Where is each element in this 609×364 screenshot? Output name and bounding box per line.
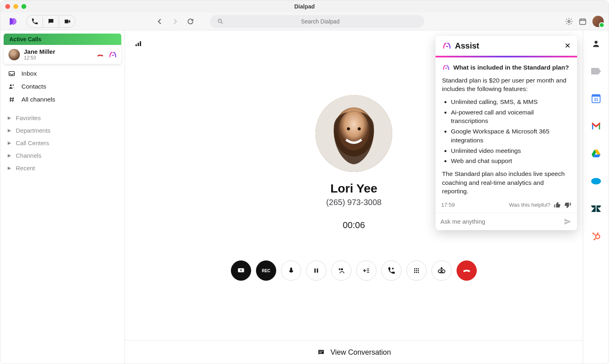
- sidebar-group-departments[interactable]: ▶Departments: [0, 124, 125, 137]
- transfer-button[interactable]: [356, 260, 376, 281]
- chat-tab[interactable]: [43, 15, 59, 28]
- window-zoom[interactable]: [21, 4, 26, 9]
- svg-point-4: [10, 85, 12, 87]
- svg-point-37: [596, 233, 598, 234]
- window-close[interactable]: [5, 4, 10, 9]
- search-icon: [217, 18, 224, 25]
- svg-point-1: [568, 20, 570, 22]
- svg-point-27: [438, 270, 441, 273]
- sidebar: Active Calls Jane Miller 12:53 Inbox Con…: [0, 30, 125, 364]
- assist-send-icon[interactable]: [563, 217, 572, 226]
- rail-salesforce-icon[interactable]: [591, 176, 601, 186]
- assist-title: Assist: [455, 41, 479, 51]
- sidebar-group-favorites[interactable]: ▶Favorites: [0, 112, 125, 124]
- sidebar-group-call-centers[interactable]: ▶Call Centers: [0, 137, 125, 149]
- svg-rect-31: [592, 95, 600, 97]
- sidebar-label: All channels: [21, 96, 55, 103]
- call-controls: REC: [231, 260, 477, 281]
- caller-name: Lori Yee: [330, 182, 377, 195]
- dialpad-button[interactable]: [406, 260, 427, 281]
- assist-ai-icon: [442, 63, 450, 72]
- svg-point-12: [358, 127, 361, 131]
- thumbs-up-icon[interactable]: [554, 201, 561, 209]
- svg-point-35: [596, 179, 601, 183]
- park-call-button[interactable]: [381, 260, 402, 281]
- assist-close-button[interactable]: ✕: [565, 41, 571, 50]
- nav-forward: [170, 17, 180, 26]
- active-call-card[interactable]: Jane Miller 12:53: [4, 45, 121, 64]
- assist-bullet-list: Unlimited calling, SMS, & MMS Ai-powered…: [451, 97, 571, 165]
- hangup-button[interactable]: [457, 260, 477, 281]
- user-avatar[interactable]: [592, 16, 604, 27]
- caller-photo: [315, 95, 392, 172]
- record-button[interactable]: REC: [256, 260, 276, 281]
- svg-rect-5: [135, 44, 137, 47]
- hold-button[interactable]: [306, 260, 326, 281]
- hangup-icon[interactable]: [96, 51, 104, 59]
- sidebar-inbox[interactable]: Inbox: [0, 67, 125, 80]
- assist-bullet: Unlimited video meetings: [451, 146, 571, 155]
- assist-helpful-label: Was this helpful?: [509, 202, 550, 208]
- voicemail-button[interactable]: [431, 260, 452, 281]
- active-call-avatar: [8, 49, 20, 60]
- video-tab[interactable]: [59, 15, 75, 28]
- assist-bullet: Ai-powered call and voicemail transcript…: [451, 108, 571, 125]
- active-call-time: 12:53: [24, 55, 92, 61]
- svg-point-19: [416, 268, 417, 269]
- svg-point-23: [418, 270, 419, 271]
- nav-reload[interactable]: [186, 17, 195, 26]
- svg-rect-16: [317, 269, 318, 273]
- window-minimize[interactable]: [13, 4, 18, 9]
- search-bar[interactable]: [210, 15, 424, 28]
- svg-rect-7: [140, 41, 141, 46]
- svg-point-24: [414, 272, 415, 273]
- bottom-bar[interactable]: View Conversation: [125, 340, 583, 364]
- settings-icon[interactable]: [565, 17, 573, 25]
- svg-point-25: [416, 272, 417, 273]
- ai-icon[interactable]: [108, 50, 116, 59]
- app-title: Dialpad: [294, 3, 315, 10]
- svg-point-0: [218, 19, 222, 22]
- assist-bullet: Unlimited calling, SMS, & MMS: [451, 97, 571, 106]
- svg-point-11: [347, 127, 350, 131]
- sidebar-contacts[interactable]: Contacts: [0, 80, 125, 93]
- rail-zendesk-icon[interactable]: [591, 203, 601, 214]
- phone-tab[interactable]: [27, 15, 43, 28]
- nav-back[interactable]: [155, 17, 165, 26]
- thumbs-down-icon[interactable]: [564, 201, 571, 209]
- sidebar-all-channels[interactable]: All channels: [0, 93, 125, 106]
- svg-point-17: [341, 268, 343, 270]
- rail-drive-icon[interactable]: [591, 148, 601, 159]
- rail-hubspot-icon[interactable]: [591, 231, 601, 241]
- main-area: Lori Yee (265) 973-3008 00:06 REC View C…: [125, 30, 583, 364]
- svg-rect-15: [315, 269, 316, 273]
- rail-gmail-icon[interactable]: [591, 121, 601, 131]
- mute-button[interactable]: [281, 260, 301, 281]
- sidebar-label: Inbox: [21, 70, 37, 77]
- rail-person-icon[interactable]: [591, 38, 601, 49]
- caller-phone: (265) 973-3008: [326, 198, 382, 207]
- sidebar-label: Contacts: [21, 83, 46, 90]
- sidebar-group-recent[interactable]: ▶Recent: [0, 162, 125, 174]
- svg-point-28: [442, 270, 445, 273]
- assist-bullet: Google Workspace & Microsoft 365 integra…: [451, 127, 571, 144]
- signal-icon[interactable]: [135, 40, 142, 47]
- assist-logo-icon: [442, 41, 452, 51]
- app-logo[interactable]: [5, 14, 20, 29]
- titlebar: Dialpad: [0, 0, 609, 13]
- add-participant-button[interactable]: [331, 260, 351, 281]
- svg-text:31: 31: [594, 97, 598, 102]
- assist-input[interactable]: [440, 218, 563, 225]
- screen-share-button[interactable]: [231, 260, 251, 281]
- inbox-icon: [8, 70, 16, 77]
- calendar-icon[interactable]: [579, 17, 587, 25]
- rail-tag-icon[interactable]: [591, 66, 601, 76]
- right-rail: 31: [583, 30, 609, 364]
- sidebar-group-channels[interactable]: ▶Channels: [0, 149, 125, 162]
- contacts-icon: [8, 83, 16, 90]
- search-input[interactable]: [224, 18, 417, 25]
- rail-google-calendar-icon[interactable]: 31: [591, 93, 601, 104]
- hash-icon: [8, 96, 16, 103]
- active-call-name: Jane Miller: [24, 48, 92, 55]
- assist-panel: Assist ✕ What is included in the Standar…: [436, 36, 577, 230]
